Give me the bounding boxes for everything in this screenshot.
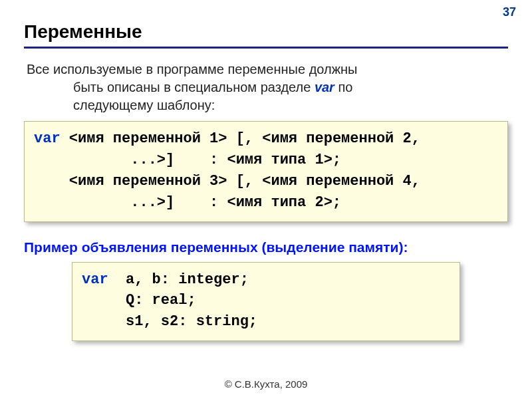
template-line-1-rest: <имя переменной 1> [, <имя переменной 2,	[69, 130, 420, 147]
example-code-box: var a, b: integer; Q: real; s1, s2: stri…	[72, 262, 460, 342]
page-number: 37	[503, 5, 516, 19]
example-heading: Пример объявления переменных (выделение …	[24, 239, 508, 255]
example-line-3: s1, s2: string;	[82, 311, 450, 332]
example-line-1-rest: a, b: integer;	[108, 271, 249, 288]
var-keyword: var	[34, 130, 69, 147]
intro-line3: следующему шаблону:	[27, 96, 505, 114]
template-line-2: ...>] : <имя типа 1>;	[34, 150, 498, 171]
template-line-1: var <имя переменной 1> [, <имя переменно…	[34, 128, 498, 150]
title-rule	[24, 47, 508, 49]
template-line-4: ...>] : <имя типа 2>;	[34, 192, 498, 213]
template-line-3: <имя переменной 3> [, <имя переменной 4,	[34, 171, 498, 192]
footer-copyright: © С.В.Кухта, 2009	[0, 378, 532, 390]
page-title: Переменные	[24, 21, 508, 43]
var-keyword-inline: var	[315, 80, 334, 94]
slide: 37 Переменные Все используемые в програм…	[0, 0, 532, 399]
var-keyword-example: var	[82, 271, 108, 288]
example-line-1: var a, b: integer;	[82, 269, 450, 291]
intro-line2a: быть описаны в специальном разделе	[73, 80, 315, 94]
intro-text: Все используемые в программе переменные …	[24, 61, 508, 114]
intro-line1: Все используемые в программе переменные …	[27, 62, 357, 76]
template-code-box: var <имя переменной 1> [, <имя переменно…	[24, 121, 508, 222]
intro-line2b: по	[334, 80, 353, 94]
example-line-2: Q: real;	[82, 290, 450, 311]
